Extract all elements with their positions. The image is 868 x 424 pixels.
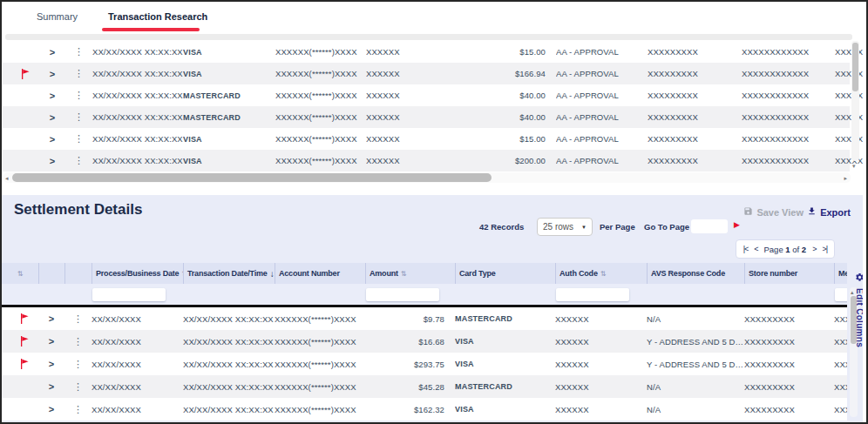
go-to-page-input[interactable]	[691, 219, 728, 233]
row-actions-button[interactable]: ⋮	[64, 381, 92, 393]
cell-auth_code: XXXXXX	[366, 69, 453, 78]
cell-card_type: MASTERCARD	[455, 314, 555, 323]
expand-row-button[interactable]: >	[39, 91, 65, 101]
row-actions-button[interactable]: ⋮	[64, 404, 92, 415]
row-actions-button[interactable]: ⋮	[64, 359, 92, 370]
expand-row-button[interactable]: >	[39, 112, 65, 123]
actions-column-header	[64, 263, 92, 284]
filter-spacer	[2, 284, 38, 305]
prev-page-button[interactable]: <	[754, 245, 757, 253]
cell-card_type: MASTERCARD	[183, 113, 275, 122]
cell-auth_code: XXXXXX	[555, 405, 647, 414]
row-actions-button[interactable]: ⋮	[65, 68, 92, 79]
chevron-down-icon: ▼	[581, 225, 587, 230]
vertical-scrollbar[interactable]	[851, 41, 859, 161]
scroll-right-icon[interactable]: ▸	[844, 175, 847, 181]
sort-icon: ⇅	[401, 270, 407, 278]
expand-row-button[interactable]: >	[38, 359, 64, 369]
cell-avs_response: N/A	[647, 382, 744, 392]
records-count: 42 Records	[479, 222, 524, 232]
cell-amount: $162.32	[365, 405, 455, 414]
cell-auth_code: XXXXXX	[366, 47, 453, 57]
settlement-row: >⋮XX/XX/XXXXXX/XX/XXXX XX:XX:XXXXXXXX(**…	[2, 375, 847, 398]
row-actions-button[interactable]: ⋮	[65, 133, 92, 145]
expand-row-button[interactable]: >	[39, 69, 65, 79]
cell-account: XXXXXX(******)XXXX	[275, 69, 366, 78]
cell-process_date: XX/XX/XXXX	[92, 337, 183, 347]
column-label: Card Type	[459, 269, 496, 278]
row-actions-button[interactable]: ⋮	[65, 111, 92, 123]
cell-account: XXXXXX(******)XXXX	[275, 360, 365, 369]
column-header-account-number: Account Number	[275, 263, 365, 284]
settlement-section: Settlement Details Save View Export 42 R…	[2, 195, 866, 422]
row-actions-button[interactable]: ⋮	[64, 313, 92, 325]
row-actions-button[interactable]: ⋮	[65, 46, 92, 57]
column-header-amount[interactable]: Amount⇅	[365, 263, 455, 284]
filter-input-amount[interactable]	[366, 288, 439, 301]
cell-ref2: XXXXXXXXXXXX	[742, 134, 835, 144]
cell-ref1: XXXXXXXXX	[648, 69, 742, 78]
cell-account: XXXXXX(******)XXXX	[275, 47, 366, 57]
cell-store_number: XXXXXXXXX	[744, 360, 834, 369]
cell-amount: $9.78	[365, 314, 455, 324]
horizontal-scrollbar[interactable]: ◂ ▸	[3, 172, 851, 183]
last-page-button[interactable]: >|	[822, 245, 827, 253]
horizontal-scrollbar-thumb[interactable]	[12, 173, 492, 182]
tab-transaction-research[interactable]: Transaction Research	[108, 11, 207, 22]
filter-input-process-business-date[interactable]	[92, 288, 166, 301]
column-header-process-business-date[interactable]: Process/Business Date⇅	[92, 263, 183, 284]
filter-input-auth-code[interactable]	[556, 288, 629, 301]
row-actions-button[interactable]: ⋮	[65, 90, 92, 101]
cell-amount: $15.00	[453, 47, 556, 57]
expand-row-button[interactable]: >	[38, 313, 64, 324]
next-page-button[interactable]: >	[812, 245, 816, 253]
cell-auth_code: XXXXXX	[555, 360, 647, 369]
column-label: Process/Business Date	[96, 269, 179, 278]
tab-bar: Summary Transaction Research	[2, 2, 866, 33]
column-header-auth-code[interactable]: Auth Code⇅	[555, 263, 647, 284]
vertical-scrollbar-thumb[interactable]	[852, 43, 858, 91]
go-to-page-submit-icon[interactable]: ▶	[734, 220, 740, 229]
cell-card_type: VISA	[183, 48, 275, 57]
page-text: Page 1 of 2	[764, 245, 807, 254]
pagination: |< < Page 1 of 2 > >|	[736, 239, 835, 259]
cell-datetime: XX/XX/XXXX XX:XX:XX	[92, 134, 183, 144]
cell-ref2: XXXXXXXXXXXX	[742, 156, 835, 165]
scroll-up-icon[interactable]: ▴	[851, 289, 854, 295]
save-view-button[interactable]: Save View	[743, 206, 804, 218]
filter-input-merchant[interactable]	[835, 288, 847, 301]
transaction-row: >⋮XX/XX/XXXX XX:XX:XXVISAXXXXXX(******)X…	[3, 150, 850, 172]
go-to-page-label: Go To Page	[644, 222, 689, 232]
row-actions-button[interactable]: ⋮	[64, 336, 92, 347]
transaction-row: >⋮XX/XX/XXXX XX:XX:XXMASTERCARDXXXXXX(**…	[3, 106, 850, 128]
per-page-label: Per Page	[600, 222, 635, 232]
cell-store_number: XXXXXXXXX	[744, 405, 834, 414]
first-page-button[interactable]: |<	[743, 245, 749, 253]
row-actions-button[interactable]: ⋮	[65, 155, 92, 166]
column-header-merchant: Merchant	[834, 263, 847, 284]
cell-amount: $15.00	[453, 134, 556, 144]
expand-row-button[interactable]: >	[38, 404, 64, 414]
expand-row-button[interactable]: >	[38, 336, 64, 347]
filter-cell-process-business-date	[92, 284, 183, 305]
cell-ref1: XXXXXXXXX	[648, 112, 742, 122]
cell-merchant: XXXXX	[834, 405, 847, 414]
export-button[interactable]: Export	[807, 206, 851, 218]
cell-process_date: XX/XX/XXXX	[92, 360, 183, 369]
transactions-table: >⋮XX/XX/XXXX XX:XX:XXVISAXXXXXX(******)X…	[3, 41, 850, 172]
cell-store_number: XXXXXXXXX	[744, 314, 834, 324]
rows-per-page-select[interactable]: 25 rows ▼	[537, 218, 593, 236]
scroll-down-icon[interactable]: ▾	[852, 163, 856, 169]
cell-process_date: XX/XX/XXXX	[92, 314, 183, 324]
settlement-row: >⋮XX/XX/XXXXXX/XX/XXXX XX:XX:XXXXXXXX(**…	[2, 330, 847, 353]
scroll-left-icon[interactable]: ◂	[5, 175, 9, 181]
expand-row-button[interactable]: >	[38, 381, 64, 392]
tab-summary[interactable]: Summary	[37, 11, 78, 22]
cell-card_type: VISA	[183, 157, 275, 165]
cell-transaction_datetime: XX/XX/XXXX XX:XX:XX	[183, 337, 275, 347]
column-header-transaction-date-time[interactable]: Transaction Date/Time↓	[183, 263, 275, 284]
expand-row-button[interactable]: >	[39, 134, 65, 145]
expand-column-header	[38, 263, 64, 284]
expand-row-button[interactable]: >	[39, 47, 65, 57]
expand-row-button[interactable]: >	[39, 156, 65, 166]
